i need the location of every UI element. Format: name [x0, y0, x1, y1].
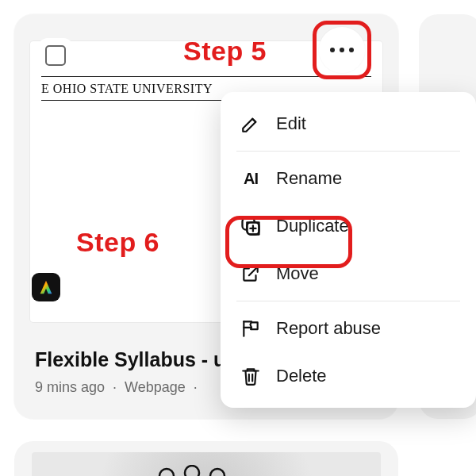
pencil-icon [240, 113, 262, 135]
menu-item-label: Report abuse [276, 318, 381, 339]
annotation-label-step6: Step 6 [76, 227, 159, 258]
menu-item-label: Duplicate [276, 216, 349, 236]
menu-item-label: Delete [276, 366, 327, 386]
svg-point-7 [185, 466, 199, 476]
menu-item-delete[interactable]: Delete [221, 352, 476, 400]
menu-item-duplicate[interactable]: Duplicate [221, 202, 476, 250]
menu-separator [236, 301, 460, 301]
menu-item-rename[interactable]: AI Rename [221, 155, 476, 202]
card-thumbnail [32, 452, 381, 476]
svg-point-8 [210, 469, 225, 476]
trash-icon [240, 365, 262, 387]
menu-item-edit[interactable]: Edit [221, 100, 476, 148]
menu-separator [236, 151, 460, 152]
menu-item-report[interactable]: Report abuse [221, 305, 476, 352]
ellipsis-icon [330, 48, 354, 52]
menu-item-label: Edit [276, 113, 306, 134]
duplicate-icon [240, 215, 262, 237]
app-logo-icon [32, 273, 60, 301]
next-row-card[interactable] [14, 441, 398, 476]
menu-item-label: Rename [276, 168, 342, 189]
annotation-label-step5: Step 5 [183, 36, 267, 67]
svg-point-6 [159, 469, 174, 476]
menu-item-label: Move [276, 263, 319, 284]
move-icon [240, 263, 262, 285]
more-options-button[interactable] [319, 27, 365, 73]
rename-icon: AI [240, 167, 262, 190]
select-checkbox[interactable] [38, 38, 73, 73]
flag-icon [240, 317, 262, 340]
context-menu: Edit AI Rename Duplicate Move [221, 92, 476, 408]
menu-item-move[interactable]: Move [221, 250, 476, 298]
